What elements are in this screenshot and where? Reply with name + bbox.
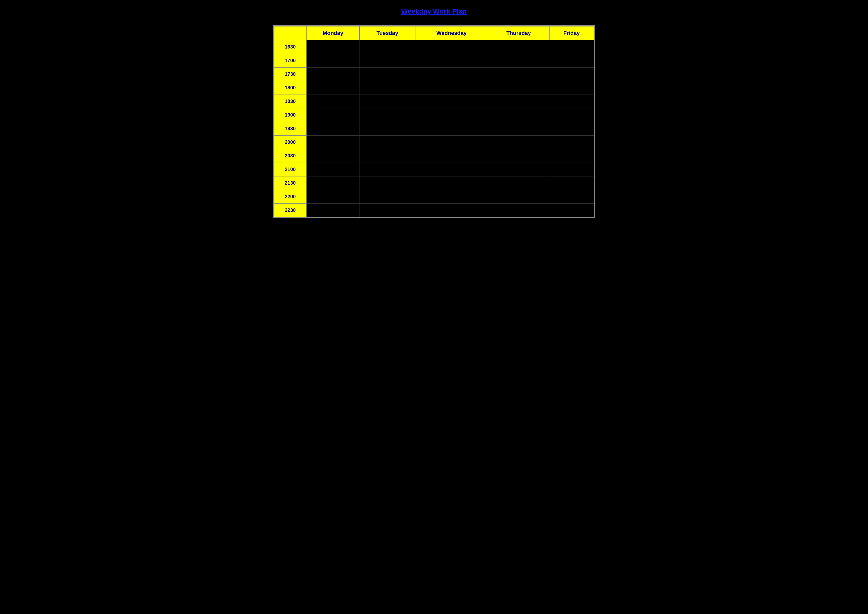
table-row: 2200 [274, 190, 594, 203]
header-friday: Friday [549, 26, 594, 40]
cell-tuesday-2000[interactable] [360, 135, 415, 149]
cell-tuesday-1900[interactable] [360, 108, 415, 122]
time-cell-1830: 1830 [274, 95, 306, 108]
time-cell-1930: 1930 [274, 122, 306, 135]
header-thursday: Thursday [488, 26, 549, 40]
cell-thursday-2000[interactable] [488, 135, 549, 149]
cell-wednesday-2130[interactable] [415, 176, 488, 190]
cell-wednesday-2030[interactable] [415, 149, 488, 163]
cell-friday-2030[interactable] [549, 149, 594, 163]
cell-thursday-2100[interactable] [488, 163, 549, 176]
cell-thursday-1700[interactable] [488, 54, 549, 67]
cell-tuesday-2230[interactable] [360, 203, 415, 217]
time-cell-1700: 1700 [274, 54, 306, 67]
cell-monday-1730[interactable] [306, 67, 360, 81]
cell-monday-2030[interactable] [306, 149, 360, 163]
table-row: 2000 [274, 135, 594, 149]
cell-monday-2230[interactable] [306, 203, 360, 217]
cell-monday-1830[interactable] [306, 95, 360, 108]
table-row: 1800 [274, 81, 594, 95]
time-cell-1800: 1800 [274, 81, 306, 95]
table-row: 2130 [274, 176, 594, 190]
cell-friday-2000[interactable] [549, 135, 594, 149]
cell-thursday-2130[interactable] [488, 176, 549, 190]
cell-friday-2200[interactable] [549, 190, 594, 203]
cell-monday-1800[interactable] [306, 81, 360, 95]
cell-friday-1930[interactable] [549, 122, 594, 135]
cell-thursday-2200[interactable] [488, 190, 549, 203]
cell-monday-1630[interactable] [306, 40, 360, 54]
cell-wednesday-2230[interactable] [415, 203, 488, 217]
cell-monday-2130[interactable] [306, 176, 360, 190]
table-row: 1700 [274, 54, 594, 67]
time-cell-2030: 2030 [274, 149, 306, 163]
time-cell-2230: 2230 [274, 203, 306, 217]
cell-wednesday-1700[interactable] [415, 54, 488, 67]
cell-tuesday-1800[interactable] [360, 81, 415, 95]
cell-friday-1900[interactable] [549, 108, 594, 122]
cell-tuesday-1730[interactable] [360, 67, 415, 81]
cell-wednesday-1730[interactable] [415, 67, 488, 81]
cell-friday-1630[interactable] [549, 40, 594, 54]
time-cell-2200: 2200 [274, 190, 306, 203]
table-row: 1930 [274, 122, 594, 135]
cell-friday-1800[interactable] [549, 81, 594, 95]
cell-tuesday-1700[interactable] [360, 54, 415, 67]
cell-wednesday-2000[interactable] [415, 135, 488, 149]
cell-friday-1730[interactable] [549, 67, 594, 81]
time-header-cell [274, 26, 306, 40]
cell-wednesday-1630[interactable] [415, 40, 488, 54]
table-row: 1730 [274, 67, 594, 81]
cell-wednesday-2100[interactable] [415, 163, 488, 176]
header-tuesday: Tuesday [360, 26, 415, 40]
schedule-table: Monday Tuesday Wednesday Thursday Friday… [274, 26, 594, 217]
cell-tuesday-2200[interactable] [360, 190, 415, 203]
cell-wednesday-2200[interactable] [415, 190, 488, 203]
cell-friday-2100[interactable] [549, 163, 594, 176]
cell-thursday-1930[interactable] [488, 122, 549, 135]
cell-wednesday-1930[interactable] [415, 122, 488, 135]
time-cell-2100: 2100 [274, 163, 306, 176]
header-monday: Monday [306, 26, 360, 40]
cell-thursday-1630[interactable] [488, 40, 549, 54]
cell-tuesday-1830[interactable] [360, 95, 415, 108]
table-row: 1830 [274, 95, 594, 108]
cell-friday-1830[interactable] [549, 95, 594, 108]
cell-monday-1930[interactable] [306, 122, 360, 135]
cell-thursday-2030[interactable] [488, 149, 549, 163]
cell-wednesday-1830[interactable] [415, 95, 488, 108]
header-wednesday: Wednesday [415, 26, 488, 40]
cell-monday-2000[interactable] [306, 135, 360, 149]
table-row: 1630 [274, 40, 594, 54]
cell-monday-2100[interactable] [306, 163, 360, 176]
time-cell-1730: 1730 [274, 67, 306, 81]
cell-friday-1700[interactable] [549, 54, 594, 67]
cell-thursday-1900[interactable] [488, 108, 549, 122]
cell-tuesday-2130[interactable] [360, 176, 415, 190]
cell-tuesday-1930[interactable] [360, 122, 415, 135]
cell-thursday-2230[interactable] [488, 203, 549, 217]
time-cell-2000: 2000 [274, 135, 306, 149]
schedule-container: Monday Tuesday Wednesday Thursday Friday… [273, 25, 595, 218]
time-cell-1900: 1900 [274, 108, 306, 122]
cell-tuesday-2030[interactable] [360, 149, 415, 163]
table-row: 2030 [274, 149, 594, 163]
cell-thursday-1800[interactable] [488, 81, 549, 95]
cell-friday-2230[interactable] [549, 203, 594, 217]
time-cell-2130: 2130 [274, 176, 306, 190]
table-row: 2100 [274, 163, 594, 176]
table-row: 1900 [274, 108, 594, 122]
cell-tuesday-2100[interactable] [360, 163, 415, 176]
cell-monday-2200[interactable] [306, 190, 360, 203]
cell-monday-1700[interactable] [306, 54, 360, 67]
cell-thursday-1830[interactable] [488, 95, 549, 108]
cell-friday-2130[interactable] [549, 176, 594, 190]
table-row: 2230 [274, 203, 594, 217]
cell-monday-1900[interactable] [306, 108, 360, 122]
cell-wednesday-1900[interactable] [415, 108, 488, 122]
cell-tuesday-1630[interactable] [360, 40, 415, 54]
cell-thursday-1730[interactable] [488, 67, 549, 81]
page-title: Weekday Work Plan [401, 8, 467, 16]
cell-wednesday-1800[interactable] [415, 81, 488, 95]
time-cell-1630: 1630 [274, 40, 306, 54]
